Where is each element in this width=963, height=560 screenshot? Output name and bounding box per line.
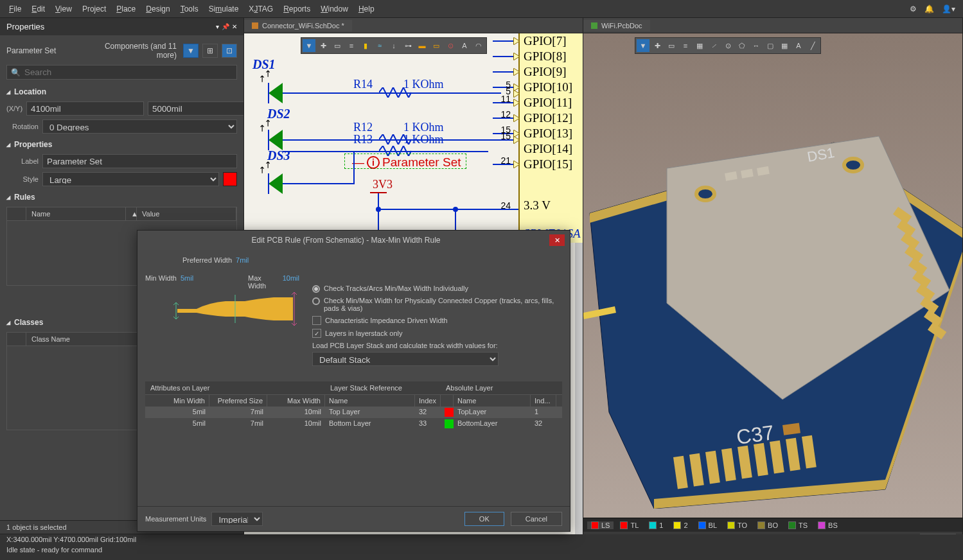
ok-button[interactable]: OK — [464, 512, 504, 526]
menu-design[interactable]: Design — [141, 2, 175, 16]
opt-individual[interactable]: Check Tracks/Arcs Min/Max Width Individu… — [312, 284, 562, 293]
style-select[interactable]: Large — [42, 172, 219, 186]
sch-align-icon[interactable]: ≡ — [345, 39, 358, 52]
layer-stack-select[interactable]: Default Stack — [312, 352, 499, 366]
dropdown-icon[interactable]: ▾ — [216, 23, 219, 30]
pcb-keepout-icon[interactable]: ▢ — [764, 39, 777, 52]
sch-filter-icon[interactable]: ▼ — [303, 39, 315, 52]
parameter-set-directive[interactable]: — i Parameter Set — [352, 155, 461, 170]
user-icon[interactable]: 👤▾ — [938, 2, 959, 16]
rules-name-col[interactable]: Name — [26, 207, 126, 220]
table-row[interactable]: 5mil 7mil 10mil Top Layer 32 TopLayer 1 — [145, 407, 562, 418]
ds2-label: DS2 — [267, 107, 290, 121]
color-swatch[interactable] — [223, 172, 237, 186]
opt-physically-connected[interactable]: Check Min/Max Width for Physically Conne… — [312, 297, 562, 312]
sch-harness-icon[interactable]: ▬ — [416, 39, 428, 52]
properties-title: Properties — [6, 22, 44, 31]
layer-bl[interactable]: BL — [694, 521, 721, 529]
sch-bus-icon[interactable]: ↓ — [387, 39, 400, 52]
sch-arc-icon[interactable]: ◠ — [472, 39, 485, 52]
layer-to[interactable]: TO — [723, 521, 751, 529]
layer-tl[interactable]: TL — [616, 521, 642, 529]
sch-tab[interactable]: Connector_WiFi.SchDoc * — [244, 20, 352, 31]
section-rules[interactable]: Rules — [6, 193, 237, 202]
pcb-tab[interactable]: WiFi.PcbDoc — [583, 20, 650, 31]
y-input[interactable] — [148, 101, 243, 116]
col-index[interactable]: Index — [415, 395, 441, 407]
sch-select-icon[interactable]: ▭ — [331, 39, 344, 52]
menu-simulate[interactable]: Simulate — [204, 2, 244, 16]
gpio-12: GPIO[12] — [520, 110, 583, 126]
bell-icon[interactable]: 🔔 — [921, 2, 938, 16]
sort-icon[interactable]: ▲ — [126, 207, 137, 220]
pcb-3d-canvas[interactable]: ▼ ✚ ▭ ≡ ▦ ⟋ ⊙ ⬠ ↔ ▢ ▦ A ╱ — [583, 33, 962, 518]
rotation-select[interactable]: 0 Degrees — [42, 119, 237, 134]
table-row[interactable]: 5mil 7mil 10mil Bottom Layer 33 BottomLa… — [145, 418, 562, 430]
col-pref-size[interactable]: Preferred Size — [209, 395, 267, 407]
layer-1[interactable]: 1 — [645, 521, 667, 529]
sch-net-icon[interactable]: ≈ — [373, 39, 386, 52]
dialog-titlebar[interactable]: Edit PCB Rule (From Schematic) - Max-Min… — [137, 231, 570, 250]
col-min-width[interactable]: Min Width — [145, 395, 209, 407]
menu-xjtag[interactable]: XJTAG — [243, 2, 278, 16]
pcb-align-icon[interactable]: ≡ — [679, 39, 692, 52]
pcb-filter-icon[interactable]: ▼ — [637, 39, 649, 52]
col-abs-idx[interactable]: Ind... — [531, 395, 556, 407]
menu-edit[interactable]: Edit — [26, 2, 50, 16]
pcb-move-icon[interactable]: ✚ — [651, 39, 664, 52]
menu-project[interactable]: Project — [77, 2, 111, 16]
sch-grid-icon[interactable]: ▮ — [359, 39, 372, 52]
filter-summary[interactable]: Components (and 11 more) — [87, 42, 177, 60]
menu-view[interactable]: View — [50, 2, 77, 16]
close-icon[interactable]: ✕ — [549, 234, 565, 246]
pcb-comp-icon[interactable]: ▦ — [693, 39, 706, 52]
pcb-poly-icon[interactable]: ⬠ — [736, 39, 748, 52]
chk-layerstack-only[interactable]: ✓ Layers in layerstack only — [312, 329, 562, 338]
pcb-route-icon[interactable]: ⟋ — [707, 39, 720, 52]
sch-sheet-icon[interactable]: ▭ — [430, 39, 443, 52]
sch-text-icon[interactable]: A — [458, 39, 471, 52]
layer-ls[interactable]: LS — [587, 521, 614, 529]
col-abs-name[interactable]: Name — [454, 395, 531, 407]
sch-port-icon[interactable]: ⊶ — [402, 39, 414, 52]
menu-place[interactable]: Place — [111, 2, 141, 16]
sch-move-icon[interactable]: ✚ — [317, 39, 330, 52]
col-name[interactable]: Name — [325, 395, 415, 407]
menu-reports[interactable]: Reports — [278, 2, 315, 16]
filter-button[interactable]: ▼ — [183, 44, 199, 58]
menu-tools[interactable]: Tools — [175, 2, 204, 16]
cancel-button[interactable]: Cancel — [511, 512, 562, 526]
layer-2[interactable]: 2 — [669, 521, 691, 529]
pcb-grid-icon[interactable]: ▦ — [778, 39, 791, 52]
layer-bs[interactable]: BS — [814, 521, 842, 529]
menu-file[interactable]: File — [4, 2, 26, 16]
menu-window[interactable]: Window — [315, 2, 353, 16]
xy-label: (X/Y) — [6, 105, 22, 112]
section-location[interactable]: Location — [6, 87, 237, 96]
layer-bo[interactable]: BO — [754, 521, 782, 529]
pcb-line-icon[interactable]: ╱ — [806, 39, 819, 52]
pcb-dim-icon[interactable]: ↔ — [750, 39, 763, 52]
svg-point-29 — [844, 159, 862, 171]
selection-mode-2-icon[interactable]: ⊡ — [222, 44, 237, 58]
x-input[interactable] — [26, 101, 144, 116]
label-input[interactable] — [42, 154, 237, 168]
search-box[interactable]: 🔍 — [6, 65, 237, 80]
rules-value-col[interactable]: Value — [137, 207, 236, 220]
pcb-via-icon[interactable]: ⊙ — [721, 39, 734, 52]
pcb-select-icon[interactable]: ▭ — [665, 39, 678, 52]
search-icon: 🔍 — [11, 68, 21, 77]
col-max-width[interactable]: Max Width — [267, 395, 325, 407]
pin-icon[interactable]: 📌 — [222, 23, 229, 30]
layer-ts[interactable]: TS — [784, 521, 811, 529]
section-properties[interactable]: Properties — [6, 140, 237, 149]
search-input[interactable] — [24, 67, 233, 77]
menu-help[interactable]: Help — [353, 2, 380, 16]
selection-mode-1-icon[interactable]: ⊞ — [202, 44, 218, 58]
units-select[interactable]: Imperial — [211, 512, 263, 526]
pcb-text-icon[interactable]: A — [792, 39, 805, 52]
chk-impedance[interactable]: Characteristic Impedance Driven Width — [312, 316, 562, 325]
gear-icon[interactable]: ⚙ — [906, 2, 921, 16]
close-panel-icon[interactable]: ✕ — [232, 23, 237, 30]
sch-directive-icon[interactable]: ⊙ — [444, 39, 457, 52]
